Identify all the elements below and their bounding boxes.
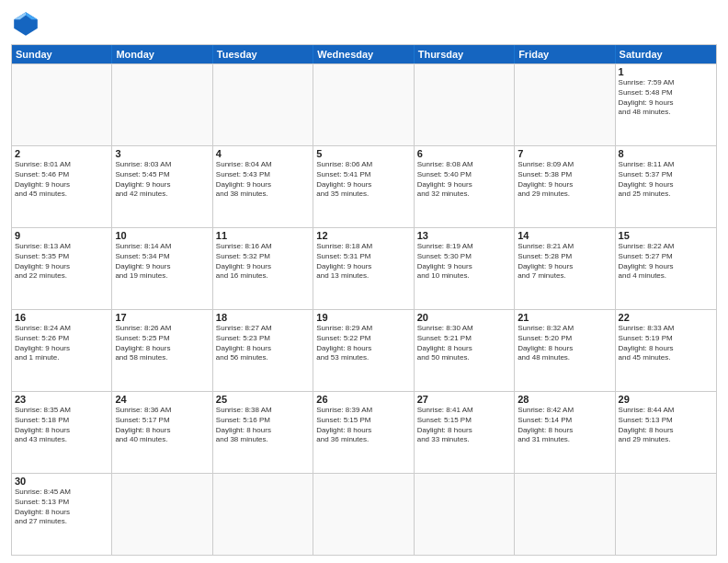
day-number: 3 bbox=[115, 148, 209, 159]
cal-cell: 18Sunrise: 8:27 AM Sunset: 5:23 PM Dayli… bbox=[213, 310, 313, 391]
day-number: 16 bbox=[15, 312, 108, 323]
cal-cell: 29Sunrise: 8:44 AM Sunset: 5:13 PM Dayli… bbox=[616, 392, 716, 473]
page: SundayMondayTuesdayWednesdayThursdayFrid… bbox=[0, 0, 728, 563]
day-number: 15 bbox=[619, 230, 713, 241]
cal-cell: 8Sunrise: 8:11 AM Sunset: 5:37 PM Daylig… bbox=[616, 146, 716, 227]
cal-cell bbox=[313, 474, 414, 555]
day-number: 14 bbox=[518, 230, 611, 241]
day-info: Sunrise: 8:03 AM Sunset: 5:45 PM Dayligh… bbox=[115, 160, 209, 200]
cal-cell: 22Sunrise: 8:33 AM Sunset: 5:19 PM Dayli… bbox=[616, 310, 716, 391]
day-info: Sunrise: 8:36 AM Sunset: 5:17 PM Dayligh… bbox=[115, 406, 209, 445]
cal-header-sunday: Sunday bbox=[12, 45, 112, 63]
day-number: 25 bbox=[216, 394, 310, 405]
cal-cell bbox=[415, 474, 515, 555]
cal-cell bbox=[415, 64, 515, 145]
day-info: Sunrise: 7:59 AM Sunset: 5:48 PM Dayligh… bbox=[619, 78, 713, 118]
day-number: 1 bbox=[619, 66, 713, 77]
cal-cell: 27Sunrise: 8:41 AM Sunset: 5:15 PM Dayli… bbox=[415, 392, 515, 473]
cal-cell: 20Sunrise: 8:30 AM Sunset: 5:21 PM Dayli… bbox=[415, 310, 515, 391]
calendar-header: SundayMondayTuesdayWednesdayThursdayFrid… bbox=[12, 45, 716, 63]
cal-cell: 25Sunrise: 8:38 AM Sunset: 5:16 PM Dayli… bbox=[213, 392, 313, 473]
cal-cell bbox=[112, 474, 212, 555]
day-info: Sunrise: 8:19 AM Sunset: 5:30 PM Dayligh… bbox=[417, 242, 511, 282]
cal-cell: 24Sunrise: 8:36 AM Sunset: 5:17 PM Dayli… bbox=[112, 392, 212, 473]
day-info: Sunrise: 8:27 AM Sunset: 5:23 PM Dayligh… bbox=[216, 324, 310, 363]
cal-cell: 6Sunrise: 8:08 AM Sunset: 5:40 PM Daylig… bbox=[415, 146, 515, 227]
day-number: 20 bbox=[417, 312, 511, 323]
cal-header-tuesday: Tuesday bbox=[213, 45, 313, 63]
cal-row-4: 23Sunrise: 8:35 AM Sunset: 5:18 PM Dayli… bbox=[12, 391, 716, 473]
day-number: 2 bbox=[15, 148, 108, 159]
cal-cell: 30Sunrise: 8:45 AM Sunset: 5:13 PM Dayli… bbox=[12, 474, 112, 555]
cal-cell bbox=[515, 64, 615, 145]
day-info: Sunrise: 8:06 AM Sunset: 5:41 PM Dayligh… bbox=[316, 160, 410, 200]
day-info: Sunrise: 8:21 AM Sunset: 5:28 PM Dayligh… bbox=[518, 242, 611, 282]
cal-cell: 28Sunrise: 8:42 AM Sunset: 5:14 PM Dayli… bbox=[515, 392, 615, 473]
cal-cell: 15Sunrise: 8:22 AM Sunset: 5:27 PM Dayli… bbox=[616, 228, 716, 309]
day-info: Sunrise: 8:44 AM Sunset: 5:13 PM Dayligh… bbox=[619, 406, 713, 445]
header bbox=[11, 9, 717, 39]
day-info: Sunrise: 8:32 AM Sunset: 5:20 PM Dayligh… bbox=[518, 324, 611, 363]
cal-cell bbox=[213, 474, 313, 555]
day-info: Sunrise: 8:39 AM Sunset: 5:15 PM Dayligh… bbox=[316, 406, 410, 445]
cal-cell: 13Sunrise: 8:19 AM Sunset: 5:30 PM Dayli… bbox=[415, 228, 515, 309]
cal-row-0: 1Sunrise: 7:59 AM Sunset: 5:48 PM Daylig… bbox=[12, 63, 716, 145]
cal-cell: 5Sunrise: 8:06 AM Sunset: 5:41 PM Daylig… bbox=[313, 146, 414, 227]
day-info: Sunrise: 8:30 AM Sunset: 5:21 PM Dayligh… bbox=[417, 324, 511, 363]
day-info: Sunrise: 8:41 AM Sunset: 5:15 PM Dayligh… bbox=[417, 406, 511, 445]
cal-cell: 7Sunrise: 8:09 AM Sunset: 5:38 PM Daylig… bbox=[515, 146, 615, 227]
cal-cell: 12Sunrise: 8:18 AM Sunset: 5:31 PM Dayli… bbox=[313, 228, 414, 309]
cal-cell: 11Sunrise: 8:16 AM Sunset: 5:32 PM Dayli… bbox=[213, 228, 313, 309]
day-number: 22 bbox=[619, 312, 713, 323]
day-info: Sunrise: 8:08 AM Sunset: 5:40 PM Dayligh… bbox=[417, 160, 511, 200]
day-info: Sunrise: 8:33 AM Sunset: 5:19 PM Dayligh… bbox=[619, 324, 713, 363]
cal-cell bbox=[515, 474, 615, 555]
day-number: 4 bbox=[216, 148, 310, 159]
day-info: Sunrise: 8:18 AM Sunset: 5:31 PM Dayligh… bbox=[316, 242, 410, 282]
day-number: 21 bbox=[518, 312, 611, 323]
cal-cell bbox=[12, 64, 112, 145]
day-number: 13 bbox=[417, 230, 511, 241]
cal-header-wednesday: Wednesday bbox=[313, 45, 414, 63]
cal-header-thursday: Thursday bbox=[415, 45, 515, 63]
cal-header-saturday: Saturday bbox=[616, 45, 716, 63]
cal-cell: 17Sunrise: 8:26 AM Sunset: 5:25 PM Dayli… bbox=[112, 310, 212, 391]
cal-cell bbox=[616, 474, 716, 555]
day-info: Sunrise: 8:16 AM Sunset: 5:32 PM Dayligh… bbox=[216, 242, 310, 282]
cal-cell: 16Sunrise: 8:24 AM Sunset: 5:26 PM Dayli… bbox=[12, 310, 112, 391]
day-info: Sunrise: 8:11 AM Sunset: 5:37 PM Dayligh… bbox=[619, 160, 713, 200]
cal-cell: 23Sunrise: 8:35 AM Sunset: 5:18 PM Dayli… bbox=[12, 392, 112, 473]
cal-header-friday: Friday bbox=[515, 45, 615, 63]
day-number: 6 bbox=[417, 148, 511, 159]
day-number: 27 bbox=[417, 394, 511, 405]
cal-cell: 10Sunrise: 8:14 AM Sunset: 5:34 PM Dayli… bbox=[112, 228, 212, 309]
day-number: 26 bbox=[316, 394, 410, 405]
day-number: 12 bbox=[316, 230, 410, 241]
cal-cell: 4Sunrise: 8:04 AM Sunset: 5:43 PM Daylig… bbox=[213, 146, 313, 227]
day-number: 11 bbox=[216, 230, 310, 241]
day-info: Sunrise: 8:01 AM Sunset: 5:46 PM Dayligh… bbox=[15, 160, 108, 200]
day-number: 5 bbox=[316, 148, 410, 159]
calendar: SundayMondayTuesdayWednesdayThursdayFrid… bbox=[11, 44, 717, 556]
calendar-body: 1Sunrise: 7:59 AM Sunset: 5:48 PM Daylig… bbox=[12, 63, 716, 555]
cal-row-3: 16Sunrise: 8:24 AM Sunset: 5:26 PM Dayli… bbox=[12, 309, 716, 391]
cal-row-2: 9Sunrise: 8:13 AM Sunset: 5:35 PM Daylig… bbox=[12, 227, 716, 309]
day-info: Sunrise: 8:26 AM Sunset: 5:25 PM Dayligh… bbox=[115, 324, 209, 363]
day-number: 17 bbox=[115, 312, 209, 323]
cal-header-monday: Monday bbox=[112, 45, 212, 63]
cal-cell: 9Sunrise: 8:13 AM Sunset: 5:35 PM Daylig… bbox=[12, 228, 112, 309]
cal-cell: 2Sunrise: 8:01 AM Sunset: 5:46 PM Daylig… bbox=[12, 146, 112, 227]
day-info: Sunrise: 8:09 AM Sunset: 5:38 PM Dayligh… bbox=[518, 160, 611, 200]
day-number: 7 bbox=[518, 148, 611, 159]
day-number: 24 bbox=[115, 394, 209, 405]
day-number: 19 bbox=[316, 312, 410, 323]
cal-row-5: 30Sunrise: 8:45 AM Sunset: 5:13 PM Dayli… bbox=[12, 473, 716, 555]
day-number: 23 bbox=[15, 394, 108, 405]
day-number: 10 bbox=[115, 230, 209, 241]
day-info: Sunrise: 8:29 AM Sunset: 5:22 PM Dayligh… bbox=[316, 324, 410, 363]
cal-cell: 3Sunrise: 8:03 AM Sunset: 5:45 PM Daylig… bbox=[112, 146, 212, 227]
cal-row-1: 2Sunrise: 8:01 AM Sunset: 5:46 PM Daylig… bbox=[12, 145, 716, 227]
day-number: 30 bbox=[15, 476, 108, 487]
day-number: 9 bbox=[15, 230, 108, 241]
logo bbox=[11, 9, 44, 39]
